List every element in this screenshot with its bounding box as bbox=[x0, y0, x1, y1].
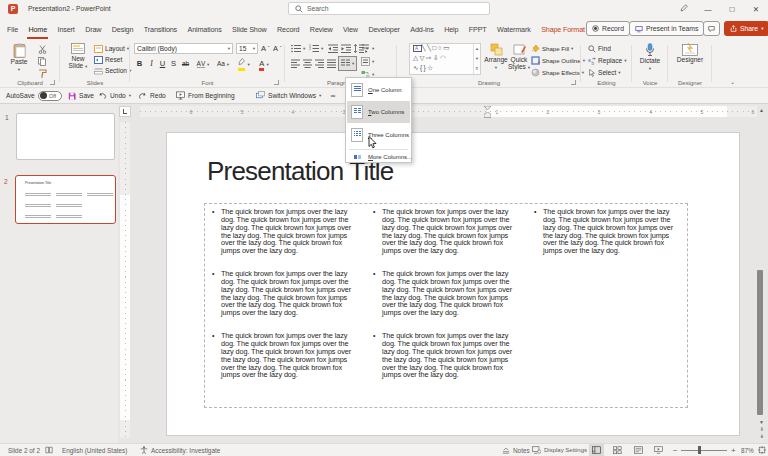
font-dialog-launcher[interactable] bbox=[274, 80, 279, 85]
shapes-gallery[interactable]: A╲╲□○▭ △▽⇨⇩◠ ∿{}☆ ▲▼⊽ bbox=[409, 43, 481, 75]
quick-styles-button[interactable]: QuickStyles ▾ bbox=[506, 43, 532, 71]
reading-view-button[interactable] bbox=[631, 444, 646, 456]
first-line-indent-marker[interactable] bbox=[484, 106, 491, 110]
comments-button[interactable] bbox=[703, 21, 720, 36]
record-button[interactable]: Record bbox=[586, 21, 630, 36]
tab-shape-format[interactable]: Shape Format bbox=[540, 25, 586, 34]
autosave-toggle[interactable]: Off bbox=[38, 88, 62, 103]
change-case-button[interactable]: Aa ▾ bbox=[214, 57, 232, 70]
reset-button[interactable]: Reset bbox=[94, 54, 122, 65]
spell-check-icon[interactable] bbox=[45, 444, 53, 456]
drawing-dialog-launcher[interactable] bbox=[571, 80, 576, 85]
underline-button[interactable]: U bbox=[157, 57, 168, 70]
zoom-level[interactable]: 87% bbox=[741, 444, 754, 456]
format-painter-button[interactable] bbox=[36, 68, 48, 79]
tab-insert[interactable]: Insert bbox=[57, 25, 76, 34]
copy-button[interactable] bbox=[36, 56, 48, 67]
zoom-slider-thumb[interactable] bbox=[698, 446, 701, 454]
search-box[interactable]: Search bbox=[288, 2, 490, 15]
tab-watermark[interactable]: Watermark bbox=[496, 25, 532, 34]
menu-item-more-columns[interactable]: More Columns... bbox=[347, 150, 410, 164]
scroll-up-icon[interactable]: ▲ bbox=[759, 107, 764, 113]
zoom-out-button[interactable]: − bbox=[673, 444, 678, 456]
language-indicator[interactable]: English (United States) bbox=[62, 444, 127, 456]
slideshow-view-button[interactable] bbox=[651, 444, 666, 456]
minimize-button[interactable]: — bbox=[696, 5, 720, 14]
highlight-color-button[interactable]: ▾ bbox=[236, 57, 252, 70]
slide-indicator[interactable]: Slide 2 of 2 bbox=[8, 444, 40, 456]
present-in-teams-button[interactable]: Present in Teams bbox=[629, 21, 704, 36]
grow-font-button[interactable]: Aˆ bbox=[261, 43, 270, 54]
tab-add-ins[interactable]: Add-ins bbox=[409, 25, 434, 34]
display-settings-button[interactable]: Display Settings bbox=[532, 444, 587, 456]
ink-pen-icon[interactable] bbox=[672, 4, 696, 14]
tab-slide-show[interactable]: Slide Show bbox=[231, 25, 267, 34]
font-size-combo[interactable]: 15▾ bbox=[236, 43, 258, 54]
tab-selector[interactable] bbox=[119, 106, 131, 117]
shapes-gallery-scroll[interactable]: ▲▼⊽ bbox=[473, 44, 480, 74]
notes-button[interactable]: Notes bbox=[502, 444, 530, 456]
tab-developer[interactable]: Developer bbox=[367, 25, 400, 34]
close-button[interactable]: ✕ bbox=[744, 5, 768, 14]
tab-review[interactable]: Review bbox=[309, 25, 334, 34]
accessibility-status[interactable]: Accessibility: Investigate bbox=[140, 444, 220, 456]
scroll-down-icon[interactable]: ▼ bbox=[759, 419, 764, 425]
cut-button[interactable] bbox=[36, 44, 48, 55]
menu-item-three-columns[interactable]: Three Columns bbox=[347, 123, 410, 147]
character-spacing-button[interactable]: A̲V̲ ▾ bbox=[194, 57, 212, 70]
redo-button[interactable]: Redo bbox=[138, 88, 166, 103]
tab-file[interactable]: File bbox=[6, 25, 19, 34]
tab-fppt[interactable]: FPPT bbox=[468, 25, 488, 34]
align-center-button[interactable] bbox=[303, 58, 312, 69]
align-left-button[interactable] bbox=[291, 58, 300, 69]
from-beginning-button[interactable]: From Beginning bbox=[176, 88, 235, 103]
tab-transitions[interactable]: Transitions bbox=[143, 25, 178, 34]
find-button[interactable]: Find bbox=[588, 43, 611, 54]
shape-outline-button[interactable]: Shape Outline▾ bbox=[531, 55, 585, 66]
text-direction-button[interactable]: ▾ bbox=[361, 43, 374, 54]
dictate-button[interactable]: Dictate▾ bbox=[636, 43, 664, 72]
clipboard-dialog-launcher[interactable] bbox=[50, 80, 55, 85]
hanging-indent-marker[interactable] bbox=[484, 112, 491, 118]
shape-effects-button[interactable]: Shape Effects▾ bbox=[531, 67, 584, 78]
maximize-button[interactable]: ▢ bbox=[720, 5, 744, 13]
slide-1-thumbnail[interactable] bbox=[16, 113, 115, 160]
zoom-in-button[interactable]: + bbox=[731, 444, 736, 456]
switch-windows-button[interactable]: Switch Windows▾ bbox=[256, 88, 321, 103]
share-button[interactable]: Share ▾ bbox=[724, 21, 768, 36]
slide-2-thumbnail[interactable]: Presentation Title bbox=[15, 175, 116, 224]
new-slide-button[interactable]: NewSlide ▾ bbox=[64, 43, 92, 70]
shadow-button[interactable]: S bbox=[168, 57, 179, 70]
shape-fill-button[interactable]: Shape Fill▾ bbox=[531, 43, 573, 54]
undo-button[interactable]: Undo▾ bbox=[98, 88, 131, 103]
shrink-font-button[interactable]: Aˇ bbox=[273, 43, 282, 54]
numbering-button[interactable]: 12▾ bbox=[309, 43, 323, 54]
italic-button[interactable]: I bbox=[146, 57, 157, 70]
paste-button[interactable]: Paste▾ bbox=[6, 43, 32, 73]
designer-button[interactable]: Designer bbox=[675, 43, 705, 63]
menu-item-two-columns[interactable]: Two Columns bbox=[347, 101, 410, 123]
select-button[interactable]: Select▾ bbox=[588, 67, 621, 78]
tab-help[interactable]: Help bbox=[443, 25, 459, 34]
increase-indent-button[interactable] bbox=[341, 43, 351, 54]
tab-animations[interactable]: Animations bbox=[187, 25, 223, 34]
tab-record[interactable]: Record bbox=[276, 25, 300, 34]
tab-view[interactable]: View bbox=[342, 25, 359, 34]
slide-sorter-view-button[interactable] bbox=[610, 444, 625, 456]
bold-button[interactable]: B bbox=[134, 57, 145, 70]
next-slide-icon[interactable]: ⇟ bbox=[760, 433, 764, 439]
font-color-button[interactable]: A ▾ bbox=[256, 57, 272, 70]
collapse-ribbon-icon[interactable]: ⌄ bbox=[730, 78, 735, 85]
section-button[interactable]: Section▾ bbox=[94, 65, 131, 76]
body-text-box[interactable]: •The quick brown fox jumps over the lazy… bbox=[204, 203, 688, 408]
previous-slide-icon[interactable]: ⇞ bbox=[760, 426, 764, 432]
align-right-button[interactable] bbox=[315, 58, 324, 69]
scrollbar-thumb[interactable] bbox=[757, 270, 763, 415]
strikethrough-button[interactable]: ab bbox=[180, 57, 191, 70]
slide-canvas[interactable]: Presentation Title •The quick brown fox … bbox=[166, 132, 740, 436]
align-text-button[interactable]: ▾ bbox=[361, 56, 374, 67]
zoom-slider-track[interactable] bbox=[681, 450, 727, 451]
fit-to-window-button[interactable] bbox=[758, 444, 766, 456]
columns-button[interactable]: ▾ bbox=[338, 56, 357, 71]
normal-view-button[interactable] bbox=[589, 444, 604, 456]
